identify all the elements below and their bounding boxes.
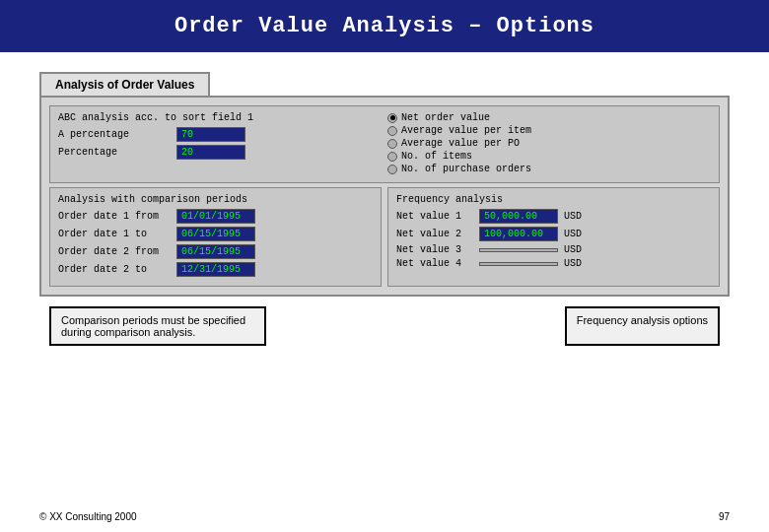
order-date2-to-row: Order date 2 to 12/31/1995: [58, 262, 373, 277]
bottom-section: Analysis with comparison periods Order d…: [49, 187, 720, 287]
net-value1-row: Net value 1 50,000.00 USD: [396, 209, 711, 224]
radio-no-purchase-orders-icon[interactable]: [387, 165, 397, 174]
radio-net-order-value[interactable]: Net order value: [387, 112, 711, 123]
callout-right-text: Frequency analysis options: [577, 314, 708, 326]
radio-avg-value-po[interactable]: Average value per PO: [387, 138, 711, 149]
net-value3-input[interactable]: [479, 248, 558, 252]
tab-label[interactable]: Analysis of Order Values: [39, 72, 210, 96]
radio-avg-value-item-icon[interactable]: [387, 126, 397, 136]
percentage-value[interactable]: 20: [176, 145, 245, 160]
net-value3-row: Net value 3 USD: [396, 244, 711, 255]
order-date2-from-label: Order date 2 from: [58, 246, 176, 257]
order-date1-to-label: Order date 1 to: [58, 229, 176, 239]
net-value2-row: Net value 2 100,000.00 USD: [396, 227, 711, 241]
radio-avg-value-item-label: Average value per item: [401, 125, 531, 136]
order-date2-from-row: Order date 2 from 06/15/1995: [58, 244, 373, 259]
form-container: ABC analysis acc. to sort field 1 A perc…: [39, 96, 730, 297]
callout-left-box: Comparison periods must be specified dur…: [49, 306, 266, 346]
radio-no-items-label: No. of items: [401, 151, 472, 162]
net-value2-input[interactable]: 100,000.00: [479, 227, 558, 241]
callout-area: Comparison periods must be specified dur…: [39, 306, 730, 346]
comparison-section-title: Analysis with comparison periods: [58, 194, 373, 205]
order-date1-from-row: Order date 1 from 01/01/1995: [58, 209, 373, 224]
order-date1-from-value[interactable]: 01/01/1995: [176, 209, 255, 224]
radio-no-items-icon[interactable]: [387, 152, 397, 162]
radio-net-order-value-label: Net order value: [401, 112, 490, 123]
order-date2-from-value[interactable]: 06/15/1995: [176, 244, 255, 259]
net-value4-input[interactable]: [479, 262, 558, 266]
a-percentage-value[interactable]: 70: [176, 127, 245, 142]
top-section: ABC analysis acc. to sort field 1 A perc…: [49, 105, 720, 183]
net-value1-label: Net value 1: [396, 211, 475, 222]
order-date1-from-label: Order date 1 from: [58, 211, 176, 222]
header: Order Value Analysis – Options: [0, 0, 769, 52]
callout-left-text: Comparison periods must be specified dur…: [61, 314, 245, 338]
radio-no-purchase-orders[interactable]: No. of purchase orders: [387, 164, 711, 174]
radio-net-order-value-icon[interactable]: [387, 113, 397, 123]
a-percentage-label: A percentage: [58, 129, 176, 140]
net-value4-label: Net value 4: [396, 258, 475, 269]
net-value2-currency: USD: [564, 229, 582, 239]
frequency-section-title: Frequency analysis: [396, 194, 711, 205]
order-date1-to-row: Order date 1 to 06/15/1995: [58, 227, 373, 241]
net-value3-currency: USD: [564, 244, 582, 255]
comparison-section: Analysis with comparison periods Order d…: [49, 187, 382, 287]
net-value2-label: Net value 2: [396, 229, 475, 239]
order-date2-to-label: Order date 2 to: [58, 264, 176, 275]
percentage-row: Percentage 20: [58, 145, 382, 160]
net-value4-currency: USD: [564, 258, 582, 269]
footer: © XX Consulting 2000 97: [39, 511, 730, 522]
net-value4-row: Net value 4 USD: [396, 258, 711, 269]
page-number: 97: [719, 511, 730, 522]
radio-avg-value-item[interactable]: Average value per item: [387, 125, 711, 136]
callout-right-box: Frequency analysis options: [565, 306, 720, 346]
radio-no-items[interactable]: No. of items: [387, 151, 711, 162]
abc-analysis-section: ABC analysis acc. to sort field 1 A perc…: [58, 112, 382, 176]
radio-avg-value-po-label: Average value per PO: [401, 138, 520, 149]
order-date1-to-value[interactable]: 06/15/1995: [176, 227, 255, 241]
net-value3-label: Net value 3: [396, 244, 475, 255]
header-title: Order Value Analysis – Options: [175, 14, 594, 38]
a-percentage-row: A percentage 70: [58, 127, 382, 142]
radio-no-purchase-orders-label: No. of purchase orders: [401, 164, 531, 174]
frequency-section: Frequency analysis Net value 1 50,000.00…: [387, 187, 720, 287]
order-date2-to-value[interactable]: 12/31/1995: [176, 262, 255, 277]
net-value1-currency: USD: [564, 211, 582, 222]
net-value1-input[interactable]: 50,000.00: [479, 209, 558, 224]
radio-options-section: Net order value Average value per item A…: [387, 112, 711, 176]
radio-avg-value-po-icon[interactable]: [387, 139, 397, 149]
percentage-label: Percentage: [58, 147, 176, 158]
copyright-text: © XX Consulting 2000: [39, 511, 137, 522]
abc-section-title: ABC analysis acc. to sort field 1: [58, 112, 382, 123]
